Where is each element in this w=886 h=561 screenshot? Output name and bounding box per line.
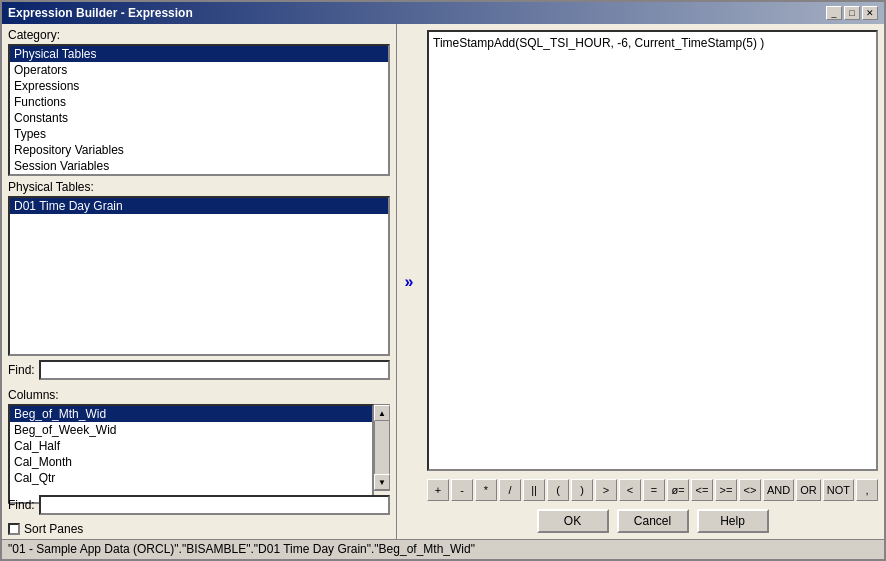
op-minus-button[interactable]: - bbox=[451, 479, 473, 501]
status-bar: "01 - Sample App Data (ORCL)"."BISAMBLE"… bbox=[2, 539, 884, 559]
close-button[interactable]: ✕ bbox=[862, 6, 878, 20]
physical-tables-list[interactable]: D01 Time Day Grain bbox=[8, 196, 390, 356]
op-gte-button[interactable]: >= bbox=[715, 479, 737, 501]
columns-list-wrapper: Beg_of_Mth_Wid Beg_of_Week_Wid Cal_Half … bbox=[8, 404, 390, 491]
category-item-functions[interactable]: Functions bbox=[10, 94, 388, 110]
columns-scrollbar[interactable]: ▲ ▼ bbox=[374, 404, 390, 491]
category-list[interactable]: Physical Tables Operators Expressions Fu… bbox=[8, 44, 390, 176]
op-lte-button[interactable]: <= bbox=[691, 479, 713, 501]
op-close-paren-button[interactable]: ) bbox=[571, 479, 593, 501]
column-item-cal-month[interactable]: Cal_Month bbox=[10, 454, 372, 470]
op-gt-button[interactable]: > bbox=[595, 479, 617, 501]
op-comma-button[interactable]: , bbox=[856, 479, 878, 501]
find-input-2[interactable] bbox=[39, 495, 390, 515]
status-text: "01 - Sample App Data (ORCL)"."BISAMBLE"… bbox=[8, 542, 475, 556]
sort-panes-label: Sort Panes bbox=[24, 522, 83, 536]
column-item-cal-qtr[interactable]: Cal_Qtr bbox=[10, 470, 372, 486]
category-item-constants[interactable]: Constants bbox=[10, 110, 388, 126]
sort-panes-row: Sort Panes bbox=[2, 519, 396, 539]
op-or-button[interactable]: OR bbox=[796, 479, 821, 501]
arrow-divider: » bbox=[397, 24, 421, 539]
window-title: Expression Builder - Expression bbox=[8, 6, 193, 20]
category-label: Category: bbox=[2, 24, 396, 44]
ok-button[interactable]: OK bbox=[537, 509, 609, 533]
category-item-physical-tables[interactable]: Physical Tables bbox=[10, 46, 388, 62]
expression-area[interactable]: TimeStampAdd(SQL_TSI_HOUR, -6, Current_T… bbox=[427, 30, 878, 471]
op-plus-button[interactable]: + bbox=[427, 479, 449, 501]
op-neq-button[interactable]: ø= bbox=[667, 479, 689, 501]
op-lt-button[interactable]: < bbox=[619, 479, 641, 501]
help-button[interactable]: Help bbox=[697, 509, 769, 533]
column-item-cal-half[interactable]: Cal_Half bbox=[10, 438, 372, 454]
scroll-down-arrow[interactable]: ▼ bbox=[374, 474, 390, 490]
left-panel: Category: Physical Tables Operators Expr… bbox=[2, 24, 397, 539]
category-item-repository-variables[interactable]: Repository Variables bbox=[10, 142, 388, 158]
maximize-button[interactable]: □ bbox=[844, 6, 860, 20]
right-panel: TimeStampAdd(SQL_TSI_HOUR, -6, Current_T… bbox=[421, 24, 884, 539]
column-item-beg-week[interactable]: Beg_of_Week_Wid bbox=[10, 422, 372, 438]
main-content: Category: Physical Tables Operators Expr… bbox=[2, 24, 884, 539]
op-open-paren-button[interactable]: ( bbox=[547, 479, 569, 501]
physical-tables-label: Physical Tables: bbox=[2, 176, 396, 196]
category-item-expressions[interactable]: Expressions bbox=[10, 78, 388, 94]
op-concat-button[interactable]: || bbox=[523, 479, 545, 501]
category-item-operators[interactable]: Operators bbox=[10, 62, 388, 78]
title-bar-controls: _ □ ✕ bbox=[826, 6, 878, 20]
scroll-up-arrow[interactable]: ▲ bbox=[374, 405, 390, 421]
find-input-1[interactable] bbox=[39, 360, 390, 380]
find-row-2: Find: bbox=[2, 491, 396, 519]
find-label-1: Find: bbox=[8, 363, 35, 377]
find-row-1: Find: bbox=[2, 356, 396, 384]
insert-arrow-button[interactable]: » bbox=[405, 273, 414, 291]
columns-label: Columns: bbox=[2, 384, 396, 404]
category-item-session-variables[interactable]: Session Variables bbox=[10, 158, 388, 174]
op-eq-button[interactable]: = bbox=[643, 479, 665, 501]
cancel-button[interactable]: Cancel bbox=[617, 509, 689, 533]
op-ltgt-button[interactable]: <> bbox=[739, 479, 761, 501]
op-not-button[interactable]: NOT bbox=[823, 479, 854, 501]
op-divide-button[interactable]: / bbox=[499, 479, 521, 501]
dialog-buttons: OK Cancel Help bbox=[421, 505, 884, 539]
category-item-types[interactable]: Types bbox=[10, 126, 388, 142]
expression-builder-window: Expression Builder - Expression _ □ ✕ Ca… bbox=[0, 0, 886, 561]
title-bar: Expression Builder - Expression _ □ ✕ bbox=[2, 2, 884, 24]
columns-section: Columns: Beg_of_Mth_Wid Beg_of_Week_Wid … bbox=[2, 384, 396, 491]
physical-table-item-d01[interactable]: D01 Time Day Grain bbox=[10, 198, 388, 214]
operators-row: + - * / || ( ) > < = ø= <= >= <> AND OR … bbox=[421, 475, 884, 505]
minimize-button[interactable]: _ bbox=[826, 6, 842, 20]
column-item-beg-mth[interactable]: Beg_of_Mth_Wid bbox=[10, 406, 372, 422]
sort-panes-checkbox[interactable] bbox=[8, 523, 20, 535]
op-multiply-button[interactable]: * bbox=[475, 479, 497, 501]
op-and-button[interactable]: AND bbox=[763, 479, 794, 501]
columns-list[interactable]: Beg_of_Mth_Wid Beg_of_Week_Wid Cal_Half … bbox=[8, 404, 374, 504]
find-label-2: Find: bbox=[8, 498, 35, 512]
